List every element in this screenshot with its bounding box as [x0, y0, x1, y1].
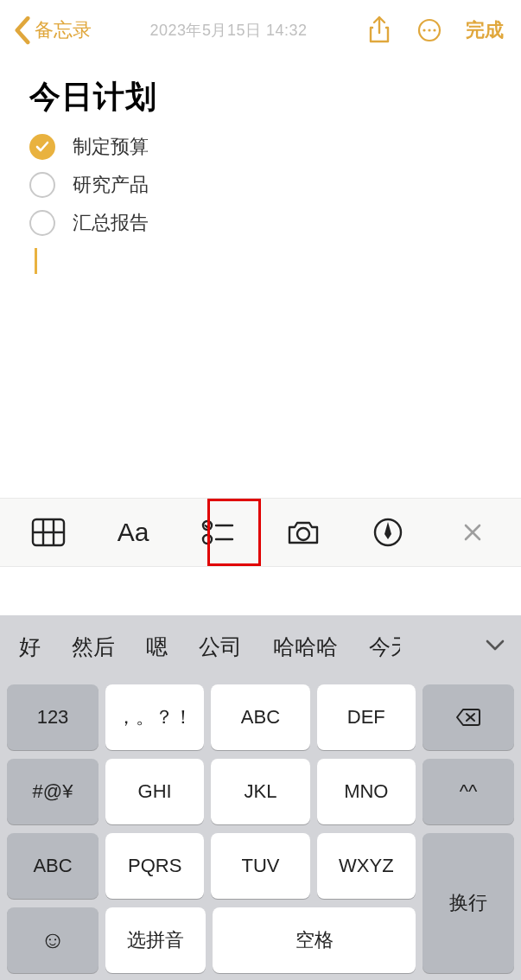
- key-wxyz[interactable]: WXYZ: [317, 833, 416, 899]
- markup-button[interactable]: [362, 506, 414, 558]
- table-icon: [31, 518, 66, 547]
- suggestion-bar: 好 然后 嗯 公司 哈哈哈 今天: [0, 615, 521, 678]
- key-return[interactable]: 换行: [423, 833, 514, 973]
- key-punct[interactable]: ，。？！: [105, 684, 204, 750]
- svg-point-3: [428, 29, 430, 31]
- svg-point-13: [297, 528, 309, 540]
- checklist-icon: [201, 518, 234, 547]
- checklist-item[interactable]: 研究产品: [29, 172, 492, 198]
- key-symbols[interactable]: #@¥: [7, 759, 98, 824]
- chevron-left-icon: [14, 16, 31, 45]
- key-jkl[interactable]: JKL: [211, 759, 309, 824]
- key-pinyin[interactable]: 选拼音: [105, 907, 206, 973]
- checkbox-unchecked[interactable]: [29, 172, 55, 198]
- note-title: 今日计划: [29, 76, 492, 118]
- done-button[interactable]: 完成: [466, 17, 507, 43]
- text-cursor: [35, 248, 37, 274]
- key-backspace[interactable]: [423, 684, 514, 750]
- expand-suggestions-button[interactable]: [485, 638, 518, 655]
- svg-point-11: [203, 535, 212, 544]
- checklist-button[interactable]: [192, 506, 244, 558]
- key-space[interactable]: 空格: [213, 907, 416, 973]
- suggestion[interactable]: 今天: [353, 633, 400, 661]
- checkbox-checked[interactable]: [29, 134, 55, 160]
- table-button[interactable]: [22, 506, 74, 558]
- camera-icon: [286, 519, 321, 546]
- emoji-icon: ☺: [41, 926, 66, 954]
- suggestion[interactable]: 好: [3, 633, 56, 661]
- key-ghi[interactable]: GHI: [105, 759, 204, 824]
- text-format-button[interactable]: Aa: [107, 506, 159, 558]
- key-emoji[interactable]: ☺: [7, 907, 98, 973]
- keyboard: 123 ，。？！ ABC DEF #@¥ GHI JKL MNO ^^ ABC …: [0, 678, 521, 980]
- chevron-down-icon: [485, 638, 505, 652]
- key-emoticon[interactable]: ^^: [423, 759, 514, 824]
- note-body[interactable]: 今日计划 制定预算 研究产品 汇总报告: [0, 60, 521, 274]
- key-123[interactable]: 123: [7, 684, 98, 750]
- key-mno[interactable]: MNO: [317, 759, 416, 824]
- key-def[interactable]: DEF: [317, 684, 416, 750]
- suggestion[interactable]: 然后: [56, 633, 130, 661]
- more-button[interactable]: [416, 16, 443, 44]
- back-label: 备忘录: [35, 17, 92, 43]
- camera-button[interactable]: [277, 506, 329, 558]
- close-toolbar-button[interactable]: [447, 506, 499, 558]
- checkbox-unchecked[interactable]: [29, 210, 55, 236]
- note-timestamp: 2023年5月15日 14:32: [92, 20, 365, 41]
- key-tuv[interactable]: TUV: [211, 833, 309, 899]
- svg-point-4: [433, 29, 435, 31]
- key-abc-mode[interactable]: ABC: [7, 833, 98, 899]
- key-pqrs[interactable]: PQRS: [105, 833, 204, 899]
- suggestion[interactable]: 公司: [183, 633, 257, 661]
- ellipsis-circle-icon: [416, 17, 442, 43]
- format-toolbar: Aa: [0, 498, 521, 567]
- checklist-item-text: 汇总报告: [73, 210, 149, 236]
- svg-point-2: [423, 29, 425, 31]
- share-button[interactable]: [365, 16, 393, 44]
- checklist-item-text: 研究产品: [73, 172, 149, 198]
- close-icon: [462, 522, 483, 543]
- aa-icon: Aa: [118, 518, 149, 547]
- key-abc1[interactable]: ABC: [211, 684, 309, 750]
- checklist-item[interactable]: 制定预算: [29, 134, 492, 160]
- backspace-icon: [455, 707, 481, 728]
- suggestion[interactable]: 嗯: [130, 633, 183, 661]
- pen-circle-icon: [372, 517, 403, 548]
- back-button[interactable]: 备忘录: [14, 16, 92, 45]
- suggestion[interactable]: 哈哈哈: [257, 633, 353, 661]
- checklist-item-text: 制定预算: [73, 134, 149, 160]
- share-icon: [367, 16, 391, 45]
- checkmark-icon: [35, 139, 50, 155]
- checklist-item[interactable]: 汇总报告: [29, 210, 492, 236]
